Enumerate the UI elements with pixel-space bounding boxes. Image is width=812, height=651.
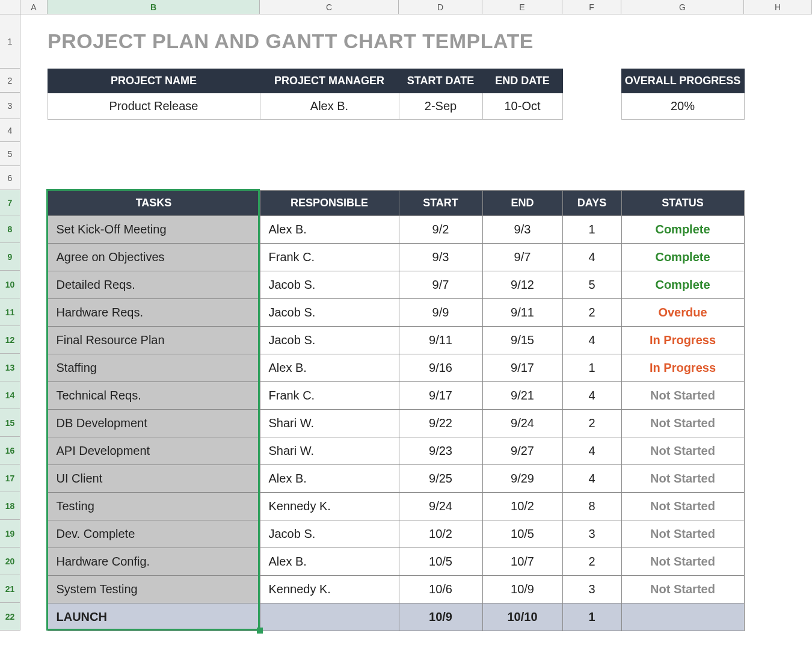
task-status-cell[interactable]: Complete <box>621 215 744 243</box>
task-responsible-cell[interactable]: Shari W. <box>260 409 399 437</box>
task-status-cell[interactable]: In Progress <box>621 326 744 354</box>
task-responsible-cell[interactable]: Kennedy K. <box>260 575 399 603</box>
task-days-cell[interactable]: 3 <box>562 575 621 603</box>
task-days-cell[interactable]: 8 <box>562 492 621 520</box>
task-end-cell[interactable]: 9/21 <box>482 381 562 409</box>
column-header-A[interactable]: A <box>20 0 48 14</box>
task-status-cell[interactable]: Not Started <box>621 520 744 548</box>
summary-value-overall-progress[interactable]: 20% <box>621 93 744 119</box>
task-start-cell[interactable]: 9/3 <box>399 243 482 271</box>
row-header-5[interactable]: 5 <box>0 142 20 166</box>
row-header-16[interactable]: 16 <box>0 437 20 464</box>
summary-value-project-manager[interactable]: Alex B. <box>260 93 399 119</box>
row-header-10[interactable]: 10 <box>0 271 20 298</box>
task-days-cell[interactable]: 4 <box>562 243 621 271</box>
launch-start-cell[interactable]: 10/9 <box>399 603 482 631</box>
task-days-cell[interactable]: 2 <box>562 409 621 437</box>
column-header-G[interactable]: G <box>621 0 744 14</box>
task-status-cell[interactable]: Not Started <box>621 492 744 520</box>
task-end-cell[interactable]: 9/7 <box>482 243 562 271</box>
row-header-15[interactable]: 15 <box>0 409 20 437</box>
row-header-3[interactable]: 3 <box>0 93 20 119</box>
task-start-cell[interactable]: 10/2 <box>399 520 482 548</box>
column-header-D[interactable]: D <box>399 0 482 14</box>
task-responsible-cell[interactable]: Kennedy K. <box>260 492 399 520</box>
row-header-2[interactable]: 2 <box>0 69 20 93</box>
task-status-cell[interactable]: Complete <box>621 271 744 298</box>
task-days-cell[interactable]: 4 <box>562 381 621 409</box>
task-end-cell[interactable]: 9/27 <box>482 437 562 464</box>
task-name-cell[interactable]: UI Client <box>48 464 260 492</box>
row-header-20[interactable]: 20 <box>0 548 20 575</box>
row-header-14[interactable]: 14 <box>0 381 20 409</box>
task-status-cell[interactable]: Not Started <box>621 381 744 409</box>
task-name-cell[interactable]: API Development <box>48 437 260 464</box>
task-responsible-cell[interactable]: Alex B. <box>260 464 399 492</box>
task-name-cell[interactable]: Testing <box>48 492 260 520</box>
task-responsible-cell[interactable]: Jacob S. <box>260 298 399 326</box>
task-start-cell[interactable]: 9/11 <box>399 326 482 354</box>
column-header-H[interactable]: H <box>744 0 812 14</box>
task-start-cell[interactable]: 9/24 <box>399 492 482 520</box>
task-end-cell[interactable]: 9/3 <box>482 215 562 243</box>
column-header-F[interactable]: F <box>562 0 621 14</box>
row-header-7[interactable]: 7 <box>0 190 20 215</box>
task-end-cell[interactable]: 9/29 <box>482 464 562 492</box>
launch-responsible-cell[interactable] <box>260 603 399 631</box>
task-name-cell[interactable]: Dev. Complete <box>48 520 260 548</box>
task-responsible-cell[interactable]: Shari W. <box>260 437 399 464</box>
task-end-cell[interactable]: 10/5 <box>482 520 562 548</box>
task-name-cell[interactable]: System Testing <box>48 575 260 603</box>
launch-status-cell[interactable] <box>621 603 744 631</box>
task-responsible-cell[interactable]: Alex B. <box>260 548 399 575</box>
row-header-19[interactable]: 19 <box>0 520 20 548</box>
task-end-cell[interactable]: 9/15 <box>482 326 562 354</box>
row-header-8[interactable]: 8 <box>0 215 20 243</box>
task-end-cell[interactable]: 10/7 <box>482 548 562 575</box>
task-days-cell[interactable]: 5 <box>562 271 621 298</box>
task-responsible-cell[interactable]: Jacob S. <box>260 271 399 298</box>
launch-end-cell[interactable]: 10/10 <box>482 603 562 631</box>
task-start-cell[interactable]: 10/5 <box>399 548 482 575</box>
task-end-cell[interactable]: 9/24 <box>482 409 562 437</box>
task-status-cell[interactable]: Not Started <box>621 575 744 603</box>
task-start-cell[interactable]: 9/2 <box>399 215 482 243</box>
row-header-11[interactable]: 11 <box>0 298 20 326</box>
task-end-cell[interactable]: 9/11 <box>482 298 562 326</box>
summary-value-start-date[interactable]: 2-Sep <box>399 93 482 119</box>
task-days-cell[interactable]: 3 <box>562 520 621 548</box>
row-header-21[interactable]: 21 <box>0 575 20 603</box>
task-status-cell[interactable]: Not Started <box>621 548 744 575</box>
task-name-cell[interactable]: Agree on Objectives <box>48 243 260 271</box>
task-days-cell[interactable]: 4 <box>562 437 621 464</box>
launch-name-cell[interactable]: LAUNCH <box>48 603 260 631</box>
task-start-cell[interactable]: 10/6 <box>399 575 482 603</box>
row-header-12[interactable]: 12 <box>0 326 20 354</box>
task-name-cell[interactable]: Hardware Reqs. <box>48 298 260 326</box>
task-name-cell[interactable]: Final Resource Plan <box>48 326 260 354</box>
task-days-cell[interactable]: 1 <box>562 215 621 243</box>
grid-area[interactable]: PROJECT PLAN AND GANTT CHART TEMPLATE PR… <box>20 14 812 631</box>
column-header-C[interactable]: C <box>260 0 399 14</box>
row-header-9[interactable]: 9 <box>0 243 20 271</box>
task-name-cell[interactable]: DB Development <box>48 409 260 437</box>
task-status-cell[interactable]: Complete <box>621 243 744 271</box>
launch-days-cell[interactable]: 1 <box>562 603 621 631</box>
task-responsible-cell[interactable]: Alex B. <box>260 215 399 243</box>
task-end-cell[interactable]: 10/2 <box>482 492 562 520</box>
task-days-cell[interactable]: 4 <box>562 326 621 354</box>
row-header-4[interactable]: 4 <box>0 119 20 142</box>
summary-value-end-date[interactable]: 10-Oct <box>482 93 562 119</box>
task-start-cell[interactable]: 9/17 <box>399 381 482 409</box>
row-header-6[interactable]: 6 <box>0 166 20 190</box>
row-header-1[interactable]: 1 <box>0 14 20 69</box>
column-header-B[interactable]: B <box>48 0 260 14</box>
task-responsible-cell[interactable]: Frank C. <box>260 381 399 409</box>
task-days-cell[interactable]: 4 <box>562 464 621 492</box>
task-status-cell[interactable]: Overdue <box>621 298 744 326</box>
task-start-cell[interactable]: 9/22 <box>399 409 482 437</box>
task-days-cell[interactable]: 2 <box>562 548 621 575</box>
row-header-13[interactable]: 13 <box>0 354 20 381</box>
task-name-cell[interactable]: Hardware Config. <box>48 548 260 575</box>
task-end-cell[interactable]: 9/12 <box>482 271 562 298</box>
